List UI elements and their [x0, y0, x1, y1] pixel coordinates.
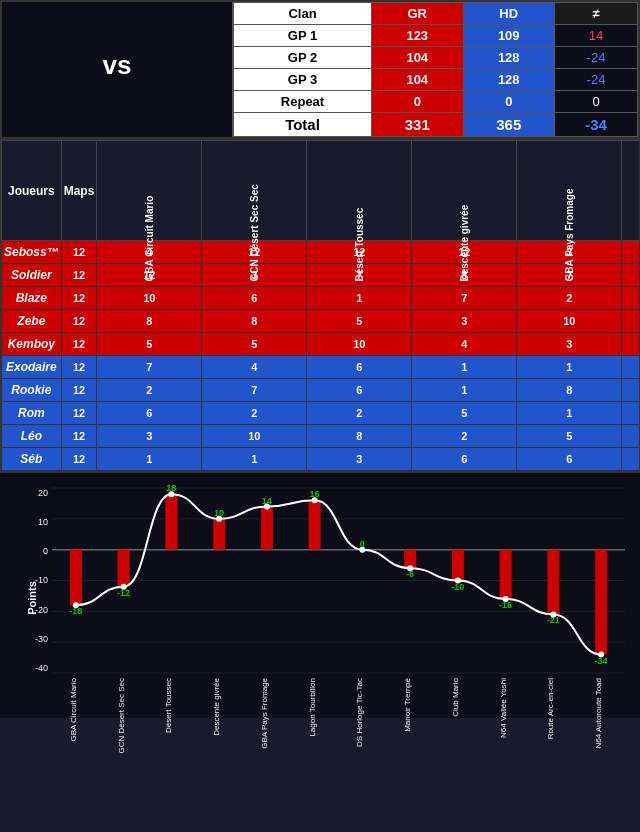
- player-score-3: 3: [412, 310, 517, 333]
- player-maps-score: 12: [61, 402, 97, 425]
- player-score-1: 10: [202, 425, 307, 448]
- chart-area: -18GBA Circuit Mario-12GCN Désert Sec Se…: [52, 488, 625, 673]
- map-header-0: GBA Circuit Mario: [97, 141, 202, 241]
- player-name: Rookie: [2, 379, 62, 402]
- player-maps-score: 12: [61, 379, 97, 402]
- header-left: vs: [2, 2, 232, 137]
- player-row: Exodaire127461181816860: [2, 356, 641, 379]
- y-tick: -20: [35, 605, 48, 615]
- player-maps-score: 12: [61, 264, 97, 287]
- score-label: Repeat: [234, 91, 372, 113]
- player-score-2: 3: [307, 448, 412, 471]
- player-maps-score: 12: [61, 333, 97, 356]
- score-gr: 0: [372, 91, 463, 113]
- total-diff: -34: [554, 113, 637, 137]
- player-score-1: 6: [202, 287, 307, 310]
- player-score-1: 7: [202, 379, 307, 402]
- player-maps-score: 12: [61, 241, 97, 264]
- players-section: Joueurs Maps GBA Circuit MarioGCN Désert…: [0, 139, 640, 472]
- player-row: Zebe1288531084510104479: [2, 310, 641, 333]
- player-score-3: 1: [412, 379, 517, 402]
- y-tick: 20: [38, 488, 48, 498]
- joueurs-header: Joueurs: [2, 141, 62, 241]
- player-score-5: 12: [622, 287, 640, 310]
- player-score-2: 2: [307, 402, 412, 425]
- y-tick: -40: [35, 663, 48, 673]
- svg-point-41: [550, 611, 556, 617]
- player-name: Zebe: [2, 310, 62, 333]
- svg-point-38: [407, 565, 413, 571]
- map-header-2: Désert Toussec: [307, 141, 412, 241]
- bar-gr: [165, 494, 177, 550]
- score-hd: 128: [463, 69, 554, 91]
- map-header-1: GCN Désert Sec Sec: [202, 141, 307, 241]
- player-row: Séb1211366774137248: [2, 448, 641, 471]
- score-row: GP 2 104 128 -24: [234, 47, 638, 69]
- player-score-3: 7: [412, 287, 517, 310]
- svg-point-31: [73, 602, 79, 608]
- player-name: Léo: [2, 425, 62, 448]
- player-name: Soldier: [2, 264, 62, 287]
- player-score-4: 1: [517, 356, 622, 379]
- player-score-5: 2: [622, 402, 640, 425]
- svg-point-42: [598, 652, 604, 658]
- bar-gr: [547, 550, 559, 615]
- col-diff: ≠: [554, 3, 637, 25]
- score-diff: 14: [554, 25, 637, 47]
- bar-gr: [261, 507, 273, 550]
- player-score-0: 1: [97, 448, 202, 471]
- player-row: Rom12622512122671753: [2, 402, 641, 425]
- bar-gr: [595, 550, 607, 655]
- x-labels-area: [52, 673, 625, 713]
- chart-svg: -18GBA Circuit Mario-12GCN Désert Sec Se…: [52, 488, 625, 673]
- svg-point-35: [264, 504, 270, 510]
- player-score-4: 5: [517, 425, 622, 448]
- player-row: Rookie12276185310522657: [2, 379, 641, 402]
- player-score-4: 2: [517, 287, 622, 310]
- y-tick: 0: [43, 546, 48, 556]
- map-header-3: Descente givrée: [412, 141, 517, 241]
- col-clan: Clan: [234, 3, 372, 25]
- svg-point-32: [121, 584, 127, 590]
- player-maps-score: 12: [61, 356, 97, 379]
- players-table: Joueurs Maps GBA Circuit MarioGCN Désert…: [1, 140, 640, 471]
- score-gr: 104: [372, 69, 463, 91]
- player-score-3: 1: [412, 356, 517, 379]
- map-header-4: GBA Pays Fromage: [517, 141, 622, 241]
- player-maps-score: 12: [61, 425, 97, 448]
- player-maps-score: 12: [61, 287, 97, 310]
- y-tick: -30: [35, 634, 48, 644]
- player-score-5: 5: [622, 379, 640, 402]
- player-name: Seboss™: [2, 241, 62, 264]
- total-label: Total: [234, 113, 372, 137]
- player-score-4: 1: [517, 402, 622, 425]
- trend-line: [76, 494, 601, 654]
- player-name: Exodaire: [2, 356, 62, 379]
- player-score-3: 5: [412, 402, 517, 425]
- player-score-2: 5: [307, 310, 412, 333]
- player-score-3: 4: [412, 333, 517, 356]
- bar-gr: [452, 550, 464, 581]
- score-row: GP 1 123 109 14: [234, 25, 638, 47]
- player-score-2: 10: [307, 333, 412, 356]
- player-maps-score: 12: [61, 448, 97, 471]
- player-score-5: 6: [622, 241, 640, 264]
- svg-point-36: [312, 497, 318, 503]
- player-score-1: 2: [202, 402, 307, 425]
- player-name: Séb: [2, 448, 62, 471]
- player-score-2: 6: [307, 356, 412, 379]
- player-score-0: 2: [97, 379, 202, 402]
- score-hd: 128: [463, 47, 554, 69]
- player-score-0: 5: [97, 333, 202, 356]
- player-score-1: 8: [202, 310, 307, 333]
- player-score-3: 2: [412, 425, 517, 448]
- player-score-5: 10: [622, 264, 640, 287]
- maps-header: Maps: [61, 141, 97, 241]
- total-row: Total 331 365 -34: [234, 113, 638, 137]
- player-row: Blaze1210617212584812580: [2, 287, 641, 310]
- svg-point-37: [359, 547, 365, 553]
- player-row: Soldier1212378710867610★96: [2, 264, 641, 287]
- player-score-2: 8: [307, 425, 412, 448]
- svg-point-39: [455, 578, 461, 584]
- player-maps-score: 12: [61, 310, 97, 333]
